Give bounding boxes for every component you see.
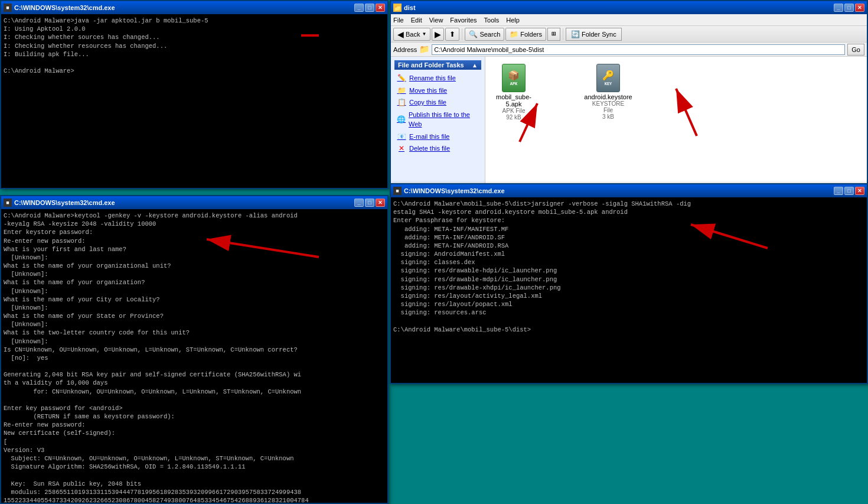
menu-view[interactable]: View	[429, 17, 443, 24]
search-button[interactable]: 🔍 Search	[465, 28, 504, 41]
email-icon: 📧	[397, 132, 406, 141]
sidebar-rename[interactable]: ✏️ Rename this file	[394, 72, 481, 84]
cmd1-close[interactable]: ✕	[376, 4, 385, 12]
back-label: Back	[406, 31, 420, 38]
back-button[interactable]: ◀ Back ▼	[393, 28, 430, 41]
folders-label: Folders	[520, 31, 542, 38]
cmd1-text: C:\Android Malware>java -jar apktool.jar…	[4, 17, 385, 75]
cmd1-maximize[interactable]: □	[365, 4, 374, 12]
explorer-file-list: 📦 APK mobil_sube-5.apk APK File 92 kB 🔑 …	[485, 57, 867, 185]
cmd3-minimize[interactable]: _	[834, 187, 843, 195]
cmd3-icon: ■	[393, 187, 402, 195]
email-label: E-mail this file	[409, 132, 449, 142]
cmd-window-2: ■ C:\WINDOWS\system32\cmd.exe _ □ ✕ C:\A…	[0, 195, 389, 504]
cmd2-content: C:\Android Malware>keytool -genkey -v -k…	[1, 209, 387, 503]
apk-file-name: mobil_sube-5.apk	[492, 93, 535, 108]
cmd3-content: C:\Android Malware\mobil_sube-5\dist>jar…	[391, 197, 867, 383]
apk-file-icon: 📦 APK	[500, 64, 528, 92]
cmd2-maximize[interactable]: □	[365, 199, 374, 207]
view-button[interactable]: ⊞	[547, 28, 560, 41]
menu-help[interactable]: Help	[506, 17, 520, 24]
cmd3-close[interactable]: ✕	[855, 187, 864, 195]
cmd1-content: C:\Android Malware>java -jar apktool.jar…	[1, 14, 387, 188]
rename-icon: ✏️	[397, 73, 406, 83]
sidebar-publish[interactable]: 🌐 Publish this file to the Web	[394, 109, 481, 131]
search-label: Search	[479, 31, 500, 38]
delete-label: Delete this file	[409, 144, 450, 154]
explorer-minimize[interactable]: _	[834, 4, 843, 12]
apk-file-type: APK File	[502, 108, 526, 114]
menu-edit[interactable]: Edit	[411, 17, 422, 24]
keystore-file-size: 3 kB	[602, 113, 614, 120]
back-icon: ◀	[397, 30, 404, 39]
cmd2-close[interactable]: ✕	[376, 199, 385, 207]
address-label: Address	[393, 46, 417, 53]
copy-label: Copy this file	[409, 97, 446, 108]
folder-sync-label: Folder Sync	[582, 31, 616, 38]
sidebar-move[interactable]: 📁 Move this file	[394, 84, 481, 97]
cmd-window-1: ■ C:\WINDOWS\system32\cmd.exe _ □ ✕ C:\A…	[0, 0, 389, 189]
cmd2-minimize[interactable]: _	[354, 199, 364, 207]
up-icon: ⬆	[449, 30, 455, 38]
menu-file[interactable]: File	[393, 17, 404, 24]
cmd2-title: C:\WINDOWS\system32\cmd.exe	[14, 199, 115, 206]
menu-favorites[interactable]: Favorites	[450, 17, 477, 24]
cmd-window-3: ■ C:\WINDOWS\system32\cmd.exe _ □ ✕ C:\A…	[390, 183, 868, 384]
explorer-title: dist	[404, 4, 416, 11]
sidebar-title-text: File and Folder Tasks	[398, 61, 464, 69]
move-icon: 📁	[397, 86, 406, 95]
explorer-icon: 📁	[393, 4, 402, 12]
sidebar-collapse-icon[interactable]: ▲	[472, 62, 478, 69]
keystore-file-name: android.keystore	[584, 93, 632, 100]
explorer-window: 📁 dist _ □ ✕ File Edit View Favorites To…	[390, 0, 868, 186]
explorer-sidebar: File and Folder Tasks ▲ ✏️ Rename this f…	[391, 57, 485, 185]
forward-icon: ▶	[435, 30, 441, 39]
delete-icon: ✕	[397, 144, 406, 153]
keystore-file-type: KEYSTORE File	[587, 100, 629, 113]
explorer-toolbar: ◀ Back ▼ ▶ ⬆ 🔍 Search 📁 Folders ⊞ 🔄 Fold…	[391, 26, 867, 43]
menu-tools[interactable]: Tools	[484, 17, 500, 24]
publish-label: Publish this file to the Web	[409, 110, 479, 129]
cmd1-title: C:\WINDOWS\system32\cmd.exe	[14, 4, 115, 11]
sidebar-delete[interactable]: ✕ Delete this file	[394, 142, 481, 155]
forward-button[interactable]: ▶	[432, 28, 444, 41]
address-bar: Address 📁 Go	[391, 43, 867, 57]
cmd2-text: C:\Android Malware>keytool -genkey -v -k…	[4, 212, 385, 503]
rename-label: Rename this file	[409, 73, 456, 83]
cmd2-title-bar: ■ C:\WINDOWS\system32\cmd.exe _ □ ✕	[1, 196, 387, 209]
explorer-menu: File Edit View Favorites Tools Help	[391, 14, 867, 26]
folder-sync-button[interactable]: 🔄 Folder Sync	[566, 28, 622, 41]
cmd1-icon: ■	[4, 4, 12, 12]
address-go-button[interactable]: Go	[847, 44, 864, 56]
cmd1-minimize[interactable]: _	[354, 4, 364, 12]
folder-sync-icon: 🔄	[571, 30, 580, 38]
folders-icon: 📁	[510, 30, 518, 38]
up-button[interactable]: ⬆	[445, 28, 459, 41]
explorer-main: File and Folder Tasks ▲ ✏️ Rename this f…	[391, 57, 867, 185]
sidebar-copy[interactable]: 📋 Copy this file	[394, 96, 481, 109]
explorer-maximize[interactable]: □	[844, 4, 854, 12]
back-dropdown-icon[interactable]: ▼	[422, 31, 426, 37]
cmd3-title: C:\WINDOWS\system32\cmd.exe	[404, 187, 505, 194]
cmd3-text: C:\Android Malware\mobil_sube-5\dist>jar…	[393, 200, 864, 334]
sidebar-email[interactable]: 📧 E-mail this file	[394, 131, 481, 143]
cmd3-title-bar: ■ C:\WINDOWS\system32\cmd.exe _ □ ✕	[391, 184, 867, 197]
publish-icon: 🌐	[397, 115, 406, 124]
address-folder-icon: 📁	[419, 44, 429, 54]
keystore-file-icon: 🔑 KEY	[594, 64, 622, 92]
copy-icon: 📋	[397, 97, 406, 107]
keystore-file-item[interactable]: 🔑 KEY android.keystore KEYSTORE File 3 k…	[585, 61, 632, 122]
explorer-title-bar: 📁 dist _ □ ✕	[391, 1, 867, 14]
cmd2-icon: ■	[4, 199, 12, 207]
apk-file-size: 92 kB	[506, 114, 521, 121]
search-icon: 🔍	[469, 30, 478, 38]
cmd1-title-bar: ■ C:\WINDOWS\system32\cmd.exe _ □ ✕	[1, 1, 387, 14]
address-input[interactable]	[432, 44, 845, 55]
move-label: Move this file	[409, 86, 447, 96]
cmd3-maximize[interactable]: □	[844, 187, 854, 195]
explorer-close[interactable]: ✕	[855, 4, 864, 12]
sidebar-title: File and Folder Tasks ▲	[394, 60, 481, 70]
folders-button[interactable]: 📁 Folders	[505, 28, 546, 41]
apk-file-item[interactable]: 📦 APK mobil_sube-5.apk APK File 92 kB	[490, 61, 537, 123]
